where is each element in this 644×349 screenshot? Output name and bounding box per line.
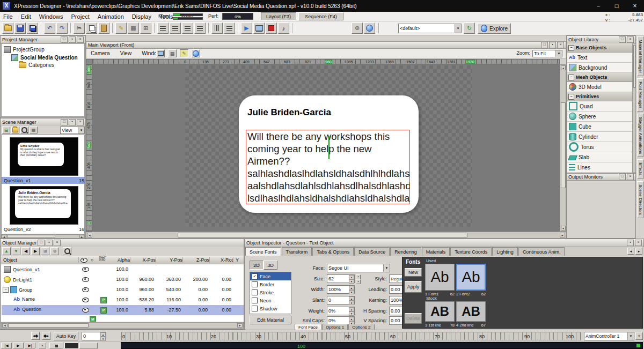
layer-face[interactable]: ✓Face (250, 272, 291, 280)
go-end-button[interactable]: ▶| (25, 343, 35, 348)
menu-animation[interactable]: Animation (94, 12, 127, 21)
scrollbar-thumb[interactable] (178, 233, 467, 237)
view-select[interactable]: View▼ (60, 127, 85, 134)
next-keyframe-button[interactable]: ◆▸ (42, 332, 50, 340)
align-left-button[interactable] (157, 23, 169, 34)
tab-stagger-animations[interactable]: Stagger Animations (637, 114, 643, 157)
visibility-toggle[interactable] (82, 277, 89, 282)
tab-materials[interactable]: Materials (422, 247, 450, 256)
timeline-mini-tab[interactable] (64, 343, 78, 348)
track-end-marker[interactable] (636, 344, 640, 347)
collapse-icon[interactable]: − (568, 45, 574, 51)
tab-scroll-left-icon[interactable]: ◂ (627, 248, 634, 255)
apply-font-button[interactable]: Apply (405, 281, 422, 293)
float-icon[interactable]: ▪ (627, 240, 634, 246)
tab-tabs-options[interactable]: Tabs & Options (312, 247, 354, 256)
library-item-cylinder[interactable]: Cylinder (567, 132, 632, 142)
visibility-toggle[interactable] (82, 267, 89, 272)
library-item-cube[interactable]: Cube (567, 122, 632, 132)
library-header-primitives[interactable]: −Primitives (567, 92, 632, 101)
maximize-icon[interactable]: □ (608, 3, 626, 9)
collapse-icon[interactable]: − (568, 94, 574, 100)
column-object[interactable]: Object (3, 257, 79, 263)
move-up-button[interactable]: ▲ (2, 247, 11, 255)
column-ypos[interactable]: Y-Pos (158, 257, 183, 263)
tree-item-categories[interactable]: Categories (19, 62, 54, 68)
distribute-h-button[interactable] (211, 23, 223, 34)
width-field[interactable]: 100%▴▾ (327, 285, 355, 294)
new-font-button[interactable]: New (405, 268, 422, 277)
move-down-button[interactable]: ▼ (12, 247, 20, 255)
question-textbox[interactable]: Will there be any workshops this coming … (246, 130, 410, 204)
close-icon[interactable]: × (77, 36, 84, 43)
column-y-cut[interactable]: Y (236, 257, 243, 263)
library-item-text[interactable]: AbText (567, 53, 632, 63)
slant-field[interactable]: 0▴▾ (327, 296, 355, 305)
3d-mode-button[interactable]: 3D (264, 261, 277, 270)
add-group-button[interactable] (11, 127, 19, 133)
tab-continuous-anim[interactable]: Continuous Anim. (518, 247, 565, 256)
size-field[interactable]: 62▴▾ (327, 274, 355, 283)
checkbox-icon[interactable] (252, 281, 258, 287)
menu-project[interactable]: Project (68, 12, 93, 21)
face-select[interactable]: Segoe UI▼ (327, 264, 390, 272)
close-icon[interactable]: × (77, 119, 84, 125)
pin-icon[interactable]: □ (619, 174, 626, 180)
tab-effects[interactable]: Effects (637, 159, 643, 179)
scene-manager-hscrollbar[interactable]: ◂ ▸ (1, 234, 85, 239)
refresh-button[interactable]: ↻ (464, 23, 475, 34)
tab-scene-fonts[interactable]: Scene Fonts (245, 247, 281, 256)
column-xrot[interactable]: X-Rot (211, 257, 233, 263)
audio-button[interactable]: ♪ (278, 23, 289, 34)
add-controller-button[interactable]: + (635, 332, 643, 340)
library-item-sphere[interactable]: Sphere (567, 112, 632, 122)
library-item-3d-model[interactable]: 3D Model (567, 82, 632, 92)
viewport-menu-camera[interactable]: Camera (86, 49, 114, 58)
font-swatch-used-2-selected[interactable]: Ab (456, 264, 486, 291)
scrollbar-thumb[interactable] (633, 45, 635, 88)
scene-list-item[interactable]: Question_v1 15 (2, 177, 85, 184)
copy-button[interactable] (86, 23, 97, 34)
search-scenes-button[interactable] (20, 127, 28, 133)
viewport-preview-button[interactable] (192, 49, 200, 57)
font-swatch-used-1[interactable]: Ab (425, 264, 455, 291)
close-icon[interactable]: × (627, 174, 634, 180)
prev-keyframe-button[interactable]: ◂◆ (31, 332, 40, 340)
object-library-vscrollbar[interactable] (632, 43, 636, 173)
outdent-button[interactable]: ◀ (21, 247, 30, 255)
undo-button[interactable]: ↶ (44, 23, 55, 34)
viewport-menu-view[interactable]: View (116, 49, 136, 58)
current-frame-field[interactable]: 0▴▾ (82, 332, 106, 340)
viewport-hscrollbar[interactable]: ◂ ▸ (86, 232, 566, 239)
tab-texture-coords[interactable]: Texture Coords (450, 247, 492, 256)
object-row-question-selected[interactable]: AbQuestion P 100.0 5.88 -27.50 0.00 0.00 (2, 305, 244, 315)
visibility-toggle[interactable] (82, 298, 89, 302)
pin-icon[interactable]: □ (61, 119, 68, 125)
tab-rendering[interactable]: Rendering (390, 247, 421, 256)
link-objects-button[interactable]: ⊛ (50, 247, 59, 255)
viewport-vscrollbar[interactable]: ▴ ▾ (560, 64, 566, 232)
library-header-mesh-objects[interactable]: −Mesh Objects (567, 73, 632, 82)
scene-canvas[interactable]: Julie Briden-Garcia Will there be any wo… (185, 65, 472, 227)
add-scene-button[interactable]: ⊞ (2, 127, 10, 133)
open-project-button[interactable] (2, 23, 13, 34)
tab-material-manager[interactable]: Material Manager (637, 36, 643, 76)
take-offline-button[interactable] (266, 23, 277, 34)
visibility-toggle[interactable] (82, 287, 89, 292)
layer-shadow[interactable]: Shadow (250, 305, 291, 313)
tab-scroll-right-icon[interactable]: ▸ (635, 248, 642, 255)
tab-transform[interactable]: Transform (282, 247, 312, 256)
align-right-button[interactable] (182, 23, 193, 34)
column-zpos[interactable]: Z-Pos (185, 257, 210, 263)
object-row-name[interactable]: AbName P 100.0 -538.20 116.00 0.00 0.00 (2, 295, 244, 305)
tab-font-manager[interactable]: Font Manager (637, 78, 643, 112)
timeline-track[interactable]: 100 (121, 342, 643, 349)
float-icon[interactable]: ▪ (549, 42, 556, 48)
paste-button[interactable] (98, 23, 109, 34)
spinner-arrows[interactable]: ▴▾ (349, 286, 354, 293)
float-icon[interactable]: ▪ (69, 119, 76, 125)
float-icon[interactable]: ▪ (46, 240, 53, 246)
scene-list-item[interactable]: Question_v2 16 (2, 226, 85, 233)
link-button[interactable]: ⊛ (352, 23, 363, 34)
menu-file[interactable]: File (0, 12, 16, 21)
